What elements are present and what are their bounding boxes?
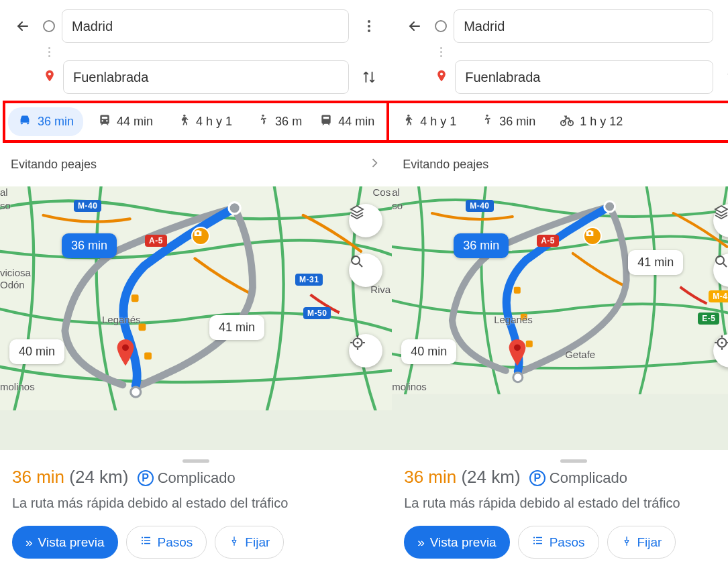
steps-button[interactable]: Pasos <box>518 526 599 559</box>
route-desc: La ruta más rápida debido al estado del … <box>12 494 380 512</box>
waypoint-dots <box>435 43 447 60</box>
waypoint-dots <box>43 43 55 60</box>
header: Madrid Fuenlabrada <box>392 0 728 97</box>
edge-label: so <box>392 200 403 211</box>
city-label: Leganés <box>102 314 141 325</box>
walk-icon <box>401 113 415 130</box>
svg-point-32 <box>605 201 615 212</box>
search-button[interactable] <box>349 253 382 287</box>
drag-handle[interactable] <box>183 459 209 463</box>
taxi-icon <box>256 113 270 130</box>
more-button[interactable] <box>356 13 382 40</box>
svg-point-2 <box>368 30 370 32</box>
back-button[interactable] <box>401 13 428 40</box>
swap-button[interactable] <box>356 70 382 84</box>
city-label: Leganés <box>494 314 533 325</box>
origin-icon <box>43 20 55 32</box>
swap-button[interactable] <box>720 70 728 84</box>
origin-input[interactable]: Madrid <box>454 9 713 43</box>
train-icon <box>98 113 111 130</box>
pin-button[interactable]: Fijar <box>215 526 284 559</box>
destination-input[interactable]: Fuenlabrada <box>63 60 349 94</box>
svg-point-10 <box>229 203 240 214</box>
svg-point-11 <box>131 387 141 397</box>
route-time-alt[interactable]: 40 min <box>401 339 456 364</box>
destination-input[interactable]: Fuenlabrada <box>455 60 713 94</box>
speedcam-icon <box>583 227 602 245</box>
travel-mode-bar[interactable]: 36 min 44 min 4 h y 1 36 m 44 min <box>3 101 389 143</box>
map-canvas[interactable]: Leganés al so viciosa Odón molinos Cos R… <box>0 186 392 450</box>
mode-walk[interactable]: 4 h y 1 <box>392 108 466 135</box>
mode-car[interactable]: 36 min <box>8 107 83 136</box>
highway-badge: A-5 <box>537 235 559 247</box>
svg-point-18 <box>141 540 142 541</box>
taxi-icon <box>480 113 494 130</box>
mode-taxi[interactable]: 36 min <box>471 108 545 135</box>
svg-point-16 <box>122 344 129 351</box>
mode-train2[interactable]: 44 min <box>310 108 384 135</box>
locate-button[interactable] <box>349 334 382 367</box>
highway-badge: M-45 <box>709 290 728 302</box>
mode-taxi[interactable]: 36 m <box>247 108 311 135</box>
travel-mode-bar[interactable]: 4 h y 1 36 min 1 h y 12 <box>389 101 728 143</box>
mode-bike[interactable]: 1 h y 12 <box>550 107 632 136</box>
bottom-sheet: 36 min (24 km) P Complicado La ruta más … <box>392 450 728 568</box>
route-time-main[interactable]: 36 min <box>62 233 117 258</box>
destination-pin-icon <box>115 339 136 367</box>
header: Madrid Fuenlabrada <box>0 0 392 97</box>
speedcam-icon <box>191 227 210 245</box>
route-time-alt[interactable]: 41 min <box>209 315 264 340</box>
svg-point-5 <box>262 115 264 117</box>
route-options-row[interactable]: Evitando peajes <box>0 143 392 186</box>
svg-point-24 <box>407 115 409 117</box>
avoid-label: Evitando peajes <box>11 158 97 172</box>
svg-point-38 <box>514 344 521 351</box>
pin-icon <box>621 535 632 550</box>
highway-badge: M-31 <box>295 274 323 286</box>
svg-point-40 <box>533 540 535 541</box>
svg-point-15 <box>357 341 359 343</box>
parking-indicator: P Complicado <box>138 469 236 487</box>
svg-point-3 <box>48 72 51 75</box>
route-time-alt[interactable]: 40 min <box>9 339 64 364</box>
svg-point-12 <box>197 232 199 235</box>
svg-point-39 <box>533 536 535 538</box>
mode-train[interactable]: 44 min <box>89 108 162 135</box>
preview-icon: » <box>417 535 425 550</box>
edge-label: molinos <box>392 381 427 392</box>
drag-handle[interactable] <box>560 459 587 463</box>
route-time-alt[interactable]: 41 min <box>628 250 683 275</box>
origin-input[interactable]: Madrid <box>62 9 349 43</box>
pane-right: Madrid Fuenlabrada 4 h y 1 <box>392 0 728 568</box>
edge-label: al <box>0 186 8 198</box>
preview-icon: » <box>25 535 33 550</box>
back-button[interactable] <box>9 13 36 40</box>
parking-icon: P <box>138 470 154 486</box>
svg-point-19 <box>141 543 142 544</box>
mode-label: 36 min <box>38 115 74 129</box>
preview-button[interactable]: » Vista previa <box>404 526 510 559</box>
edge-label: Odón <box>0 279 25 290</box>
preview-button[interactable]: » Vista previa <box>12 526 118 559</box>
route-time-main[interactable]: 36 min <box>454 233 509 258</box>
svg-point-41 <box>533 543 535 544</box>
mode-label: 36 m <box>275 115 302 129</box>
mode-walk[interactable]: 4 h y 1 <box>168 108 242 135</box>
map-canvas[interactable]: Leganés Getafe al so molinos Cos Riva M-… <box>392 186 728 450</box>
more-button[interactable] <box>720 13 728 40</box>
svg-rect-31 <box>514 287 521 294</box>
highway-badge: E-5 <box>698 313 719 325</box>
mode-label: 44 min <box>117 115 153 129</box>
list-icon <box>140 534 152 550</box>
route-desc: La ruta más rápida debido al estado del … <box>404 494 728 512</box>
svg-point-34 <box>588 232 591 235</box>
route-options-row[interactable]: Evitando peajes <box>392 143 728 186</box>
steps-button[interactable]: Pasos <box>126 526 207 559</box>
route-summary: 36 min (24 km) P Complicado <box>12 467 380 488</box>
edge-label: molinos <box>0 381 35 392</box>
svg-point-23 <box>440 72 443 75</box>
map-svg <box>0 186 392 410</box>
pin-button[interactable]: Fijar <box>607 526 676 559</box>
walk-icon <box>177 113 191 130</box>
layers-button[interactable] <box>349 204 382 237</box>
